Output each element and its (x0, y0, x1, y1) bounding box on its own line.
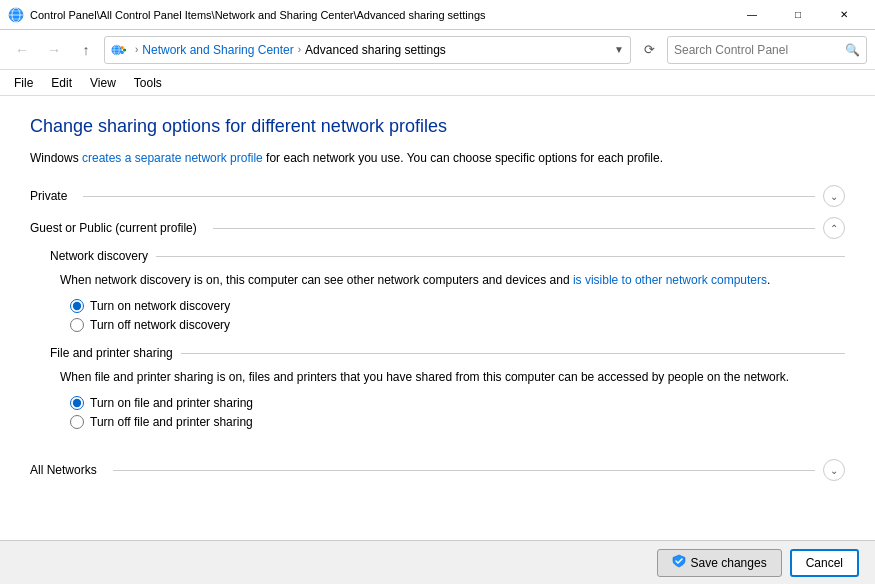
refresh-button[interactable]: ⟳ (635, 36, 663, 64)
subsection-network-discovery: Network discovery When network discovery… (50, 249, 845, 332)
section-allnetworks-header[interactable]: All Networks ⌄ (30, 459, 845, 481)
nd-desc-link[interactable]: is visible to other network computers (573, 273, 767, 287)
forward-button[interactable]: → (40, 36, 68, 64)
nav-bar: ← → ↑ › Network and Sharing Center › Adv… (0, 30, 875, 70)
fps-radio-group: Turn on file and printer sharing Turn of… (70, 396, 845, 429)
nd-radio-off-label: Turn off network discovery (90, 318, 230, 332)
menu-tools[interactable]: Tools (126, 72, 170, 94)
desc-part1: Windows (30, 151, 82, 165)
nd-radio-on[interactable] (70, 299, 84, 313)
menu-edit[interactable]: Edit (43, 72, 80, 94)
search-box: 🔍 (667, 36, 867, 64)
section-guestpublic-header[interactable]: Guest or Public (current profile) ⌃ (30, 217, 845, 239)
nd-radio-off[interactable] (70, 318, 84, 332)
svg-point-11 (123, 48, 126, 51)
section-allnetworks-chevron[interactable]: ⌄ (823, 459, 845, 481)
subsection-nd-desc: When network discovery is on, this compu… (60, 271, 845, 289)
breadcrumb: › Network and Sharing Center › Advanced … (104, 36, 631, 64)
description: Windows creates a separate network profi… (30, 149, 845, 167)
search-button[interactable]: 🔍 (845, 43, 860, 57)
section-private-label: Private (30, 189, 67, 203)
fps-radio-off-label: Turn off file and printer sharing (90, 415, 253, 429)
app-icon (8, 7, 24, 23)
section-guestpublic-content: Network discovery When network discovery… (30, 249, 845, 459)
fps-radio-on[interactable] (70, 396, 84, 410)
fps-radio-off-item[interactable]: Turn off file and printer sharing (70, 415, 845, 429)
subsection-fps-header: File and printer sharing (50, 346, 845, 360)
nd-desc-part2: . (767, 273, 770, 287)
fps-radio-off[interactable] (70, 415, 84, 429)
fps-radio-on-item[interactable]: Turn on file and printer sharing (70, 396, 845, 410)
section-private-header[interactable]: Private ⌄ (30, 185, 845, 207)
footer: Save changes Cancel (0, 540, 875, 584)
desc-link[interactable]: creates a separate network profile (82, 151, 263, 165)
title-bar: Control Panel\All Control Panel Items\Ne… (0, 0, 875, 30)
subsection-nd-header: Network discovery (50, 249, 845, 263)
nd-radio-on-item[interactable]: Turn on network discovery (70, 299, 845, 313)
subsection-file-printer: File and printer sharing When file and p… (50, 346, 845, 429)
breadcrumb-network-center[interactable]: Network and Sharing Center (142, 43, 293, 57)
subsection-nd-line (156, 256, 845, 257)
subsection-nd-label: Network discovery (50, 249, 148, 263)
section-private-line (83, 196, 815, 197)
cancel-button[interactable]: Cancel (790, 549, 859, 577)
nd-radio-on-label: Turn on network discovery (90, 299, 230, 313)
minimize-button[interactable]: — (729, 0, 775, 30)
section-guestpublic-chevron[interactable]: ⌃ (823, 217, 845, 239)
breadcrumb-current: Advanced sharing settings (305, 43, 446, 57)
main-content: Change sharing options for different net… (0, 96, 875, 540)
breadcrumb-separator2: › (298, 44, 301, 55)
svg-point-10 (121, 46, 124, 49)
back-button[interactable]: ← (8, 36, 36, 64)
search-input[interactable] (674, 43, 841, 57)
globe-icon (111, 43, 131, 57)
svg-point-12 (121, 50, 124, 53)
maximize-button[interactable]: □ (775, 0, 821, 30)
subsection-fps-desc: When file and printer sharing is on, fil… (60, 368, 845, 386)
desc-part2: for each network you use. You can choose… (263, 151, 663, 165)
fps-radio-on-label: Turn on file and printer sharing (90, 396, 253, 410)
shield-icon (672, 554, 686, 571)
section-allnetworks-label: All Networks (30, 463, 97, 477)
title-bar-text: Control Panel\All Control Panel Items\Ne… (30, 9, 486, 21)
title-bar-left: Control Panel\All Control Panel Items\Ne… (8, 7, 486, 23)
subsection-fps-line (181, 353, 845, 354)
fps-desc-part1: When file and printer sharing is on, fil… (60, 370, 789, 384)
nd-radio-off-item[interactable]: Turn off network discovery (70, 318, 845, 332)
save-changes-button[interactable]: Save changes (657, 549, 782, 577)
nd-desc-part1: When network discovery is on, this compu… (60, 273, 573, 287)
up-button[interactable]: ↑ (72, 36, 100, 64)
breadcrumb-dropdown-button[interactable]: ▼ (614, 44, 624, 55)
section-guestpublic-line (213, 228, 815, 229)
menu-file[interactable]: File (6, 72, 41, 94)
subsection-fps-label: File and printer sharing (50, 346, 173, 360)
breadcrumb-separator1: › (135, 44, 138, 55)
close-button[interactable]: ✕ (821, 0, 867, 30)
section-allnetworks-line (113, 470, 815, 471)
menu-view[interactable]: View (82, 72, 124, 94)
page-title: Change sharing options for different net… (30, 116, 845, 137)
nd-radio-group: Turn on network discovery Turn off netwo… (70, 299, 845, 332)
section-guestpublic-label: Guest or Public (current profile) (30, 221, 197, 235)
title-bar-controls: — □ ✕ (729, 0, 867, 30)
save-label: Save changes (691, 556, 767, 570)
menu-bar: File Edit View Tools (0, 70, 875, 96)
section-private-chevron[interactable]: ⌄ (823, 185, 845, 207)
